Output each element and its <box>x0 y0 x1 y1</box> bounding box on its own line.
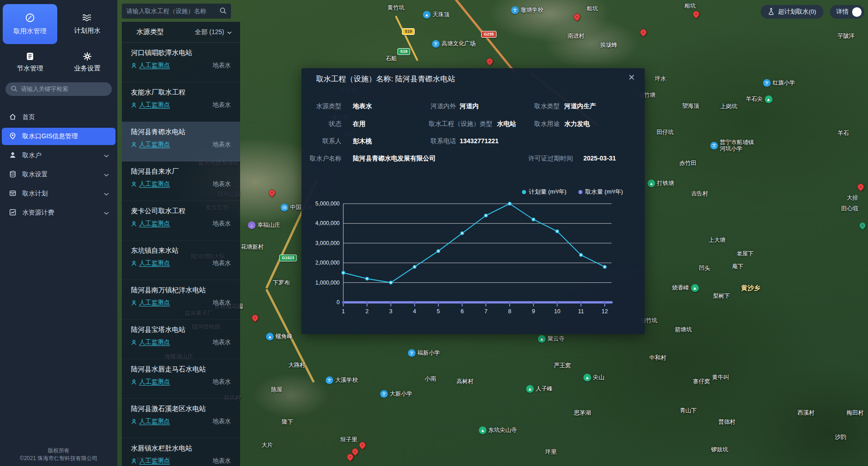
monitor-label: 人工监测点 <box>139 417 170 426</box>
school-poi-icon[interactable]: 文 <box>710 142 718 150</box>
map-place-label: 赤竹田 <box>679 160 697 167</box>
tile-water-saving-mgmt[interactable]: 节水管理 <box>3 50 57 74</box>
list-item[interactable]: 陆河县水唇走马石水电站人工监测点地表水 <box>122 359 240 399</box>
map-pin-green[interactable] <box>858 221 867 230</box>
map-pin-red[interactable] <box>692 10 701 19</box>
tile-business-settings[interactable]: 业务设置 <box>60 50 115 74</box>
mountain-poi-icon[interactable]: ▲ <box>479 426 487 434</box>
field-value: 彭木桃 <box>353 137 372 145</box>
school-poi-icon[interactable]: 文 <box>432 40 440 48</box>
station-name: 东坑镇自来水站 <box>131 246 231 255</box>
map-pin-red[interactable] <box>251 313 260 322</box>
station-search-placeholder: 请输入取水工程（设施）名称 <box>126 7 220 15</box>
monitor-link[interactable]: 人工监测点 <box>131 180 170 188</box>
school-poi-icon[interactable]: 文 <box>380 390 388 398</box>
map-poi-label: 大新小学 <box>390 391 412 397</box>
search-icon <box>11 85 17 93</box>
mountain-poi-icon[interactable]: ▲ <box>266 333 274 341</box>
sidebar-item-intake-plan[interactable]: 取水计划 <box>2 185 115 202</box>
station-search-input[interactable]: 请输入取水工程（设施）名称 <box>122 4 231 19</box>
mountain-poi-icon[interactable]: ▲ <box>538 335 546 343</box>
poi-icon[interactable]: ⌂ <box>248 221 256 229</box>
modal-title: 取水工程（设施）名称: 陆河县青磜水电站 <box>316 74 455 84</box>
monitor-label: 人工监测点 <box>139 338 170 346</box>
list-item[interactable]: 陆河县青磜水电站人工监测点地表水 <box>122 122 240 161</box>
monitor-link[interactable]: 人工监测点 <box>131 140 170 149</box>
mountain-poi-icon[interactable]: ▲ <box>526 385 534 393</box>
map-place-label: 黄沙乡 <box>741 284 760 292</box>
map-place-label: 小南 <box>425 376 436 382</box>
list-item[interactable]: 陆河县激石溪老区水电站人工监测点地表水 <box>122 399 240 438</box>
sidebar-item-label: 取水口GIS信息管理 <box>22 132 109 140</box>
list-item[interactable]: 河口镇唱歌潭水电站人工监测点地表水 <box>122 43 240 82</box>
list-item[interactable]: 麦卡公司取水工程人工监测点地表水 <box>122 201 240 241</box>
person-icon <box>131 181 137 187</box>
map-pin-red[interactable] <box>639 28 648 37</box>
map-pin-red[interactable] <box>572 12 582 21</box>
map-poi: 文大新小学 <box>380 390 412 398</box>
monitor-link[interactable]: 人工监测点 <box>131 417 170 426</box>
monitor-link[interactable]: 人工监测点 <box>131 220 170 228</box>
field-label: 取水用途 <box>502 120 560 128</box>
toggle-knob[interactable] <box>852 7 862 17</box>
list-item[interactable]: 陆河县南万镇杞洋水电站人工监测点地表水 <box>122 280 240 320</box>
monitor-link[interactable]: 人工监测点 <box>131 101 170 109</box>
mountain-poi-icon[interactable]: ▲ <box>691 284 699 292</box>
school-poi-icon[interactable]: 文 <box>511 6 519 14</box>
station-filter-bar: 水源类型 全部 (125) <box>122 22 240 43</box>
list-item[interactable]: 东坑镇自来水站人工监测点地表水 <box>122 241 240 280</box>
svg-text:8: 8 <box>508 308 511 315</box>
map-place-label: 花塘新村 <box>241 244 264 251</box>
legend-item-plan[interactable]: 计划量 (m³/年) <box>522 188 567 196</box>
school-poi-icon[interactable]: 文 <box>326 376 333 384</box>
sidebar-search-input[interactable]: 请输入关键字检索 <box>5 82 112 96</box>
map-pin-red[interactable] <box>856 182 865 191</box>
map-pin-red[interactable] <box>358 441 367 450</box>
sidebar-item-home[interactable]: 首页 <box>2 109 115 126</box>
chevron-down-icon <box>104 171 109 178</box>
sidebar-search-placeholder: 请输入关键字检索 <box>21 85 68 93</box>
mountain-poi-icon[interactable]: ▲ <box>647 180 655 187</box>
school-poi-icon[interactable]: 文 <box>763 79 771 87</box>
monitor-link[interactable]: 人工监测点 <box>131 61 170 70</box>
search-icon[interactable] <box>220 7 226 15</box>
station-name: 陆河县宝塔水电站 <box>131 326 231 334</box>
tile-planned-water[interactable]: 计划用水 <box>60 4 115 44</box>
map-poi-label: 墩塘学校 <box>521 7 543 13</box>
mountain-poi-icon[interactable]: ▲ <box>583 374 591 381</box>
map-place-label: 严王窝 <box>554 362 571 369</box>
monitor-link[interactable]: 人工监测点 <box>131 378 170 386</box>
tile-water-intake-mgmt[interactable]: 取用水管理 <box>3 4 57 44</box>
map-pin-red[interactable] <box>485 57 494 66</box>
legend-label: 取水量 (m³/年) <box>585 188 623 195</box>
close-icon[interactable]: × <box>628 72 635 83</box>
detail-toggle[interactable]: 详情 <box>830 5 864 19</box>
map-place-label: 大排 <box>847 195 858 201</box>
monitor-link[interactable]: 人工监测点 <box>131 259 170 267</box>
monitor-link[interactable]: 人工监测点 <box>131 457 170 465</box>
tile-label: 计划用水 <box>74 26 100 35</box>
over-plan-intake-button[interactable]: 超计划取水(0) <box>761 5 823 19</box>
school-poi-icon[interactable]: 文 <box>408 349 416 357</box>
monitor-link[interactable]: 人工监测点 <box>131 299 170 307</box>
list-item[interactable]: 陆河县自来水厂人工监测点地表水 <box>122 161 240 201</box>
sidebar-item-water-users[interactable]: 取水户 <box>2 147 115 164</box>
list-item[interactable]: 陆河县宝塔水电站人工监测点地表水 <box>122 320 240 359</box>
sidebar-item-gis-info[interactable]: 取水口GIS信息管理 <box>2 128 115 145</box>
sidebar-item-water-billing[interactable]: 水资源计费 <box>2 204 115 221</box>
list-item[interactable]: 水唇镇水栏肚水电站人工监测点地表水 <box>122 438 240 466</box>
mountain-poi-icon[interactable]: ▲ <box>765 95 773 103</box>
monitor-link[interactable]: 人工监测点 <box>131 338 170 346</box>
mountain-poi-icon[interactable]: ▲ <box>423 11 431 19</box>
legend-item-actual[interactable]: 取水量 (m³/年) <box>578 188 623 196</box>
sidebar-item-intake-settings[interactable]: 取水设置 <box>2 166 115 183</box>
map-pin-red[interactable] <box>267 188 276 197</box>
filter-value: 全部 (125) <box>195 28 224 36</box>
monitor-label: 人工监测点 <box>139 101 170 109</box>
list-item[interactable]: 友能水厂取水工程人工监测点地表水 <box>122 82 240 122</box>
map-poi-label: 聚云寺 <box>547 336 565 342</box>
map-poi: ▲螺角峰 <box>266 333 293 341</box>
filter-dropdown[interactable]: 全部 (125) <box>195 28 232 36</box>
map-place-label: 南进村 <box>567 33 585 40</box>
poi-icon[interactable]: 油 <box>281 204 288 211</box>
